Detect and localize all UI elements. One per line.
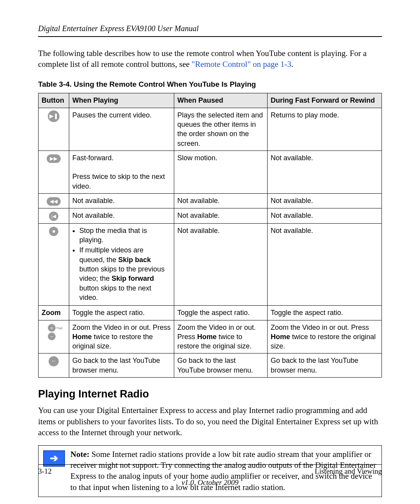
cell-playing: Zoom the Video in or out. Press Home twi… <box>69 320 174 354</box>
zoom-ff-pre: Zoom the Video in or out. Press <box>271 324 369 331</box>
button-cell: ← <box>38 354 69 378</box>
section-body: You can use your Digital Entertainer Exp… <box>38 405 382 438</box>
cell-ffrw: Not available. <box>268 150 382 193</box>
section-heading: Playing Internet Radio <box>38 387 382 401</box>
cell-ffrw: Not available. <box>268 194 382 208</box>
button-cell: ◀◀ <box>38 194 69 208</box>
cell-paused: Plays the selected item and queues the o… <box>174 108 268 150</box>
stop-bullet-1: Stop the media that is playing. <box>79 226 171 245</box>
stop-b2-post: button skips to the next video. <box>79 284 151 301</box>
footer-section: Listening and Viewing <box>315 466 382 476</box>
col-button: Button <box>38 93 69 108</box>
fast-forward-icon: ▶▶ <box>47 154 61 163</box>
intro-text-end: . <box>291 60 293 69</box>
table-row: ▶❚ Pauses the current video. Plays the s… <box>38 108 382 150</box>
cell-paused: Go back to the last YouTube browser menu… <box>174 354 268 378</box>
rewind-icon: ◀◀ <box>47 197 61 206</box>
intro-paragraph: The following table describes how to use… <box>38 48 382 70</box>
manual-page: Digital Entertainer Express EVA9100 User… <box>0 0 420 504</box>
cell-playing: Not available. <box>69 194 174 208</box>
cell-playing: Stop the media that is playing. If multi… <box>69 223 174 305</box>
skip-back-icon: |◀ <box>49 212 58 221</box>
button-cell: |◀ <box>38 208 69 223</box>
page-header: Digital Entertainer Express EVA9100 User… <box>38 23 382 37</box>
button-cell: ■ <box>38 223 69 305</box>
zoom-in-out-icon: +Page − <box>48 324 60 340</box>
cell-playing: Go back to the last YouTube browser menu… <box>69 354 174 378</box>
cell-paused: Not available. <box>174 194 268 208</box>
page-number: 3-12 <box>38 466 52 476</box>
cell-paused: Toggle the aspect ratio. <box>174 306 268 320</box>
table-row: +Page − Zoom the Video in or out. Press … <box>38 320 382 354</box>
ff-line2: Press twice to skip to the next video. <box>72 173 165 190</box>
page-footer: 3-12 Listening and Viewing v1.0, October… <box>38 464 382 488</box>
table-row: |◀ Not available. Not available. Not ava… <box>38 208 382 223</box>
col-paused: When Paused <box>174 93 268 108</box>
cell-paused: Not available. <box>174 223 268 305</box>
table-row: ■ Stop the media that is playing. If mul… <box>38 223 382 305</box>
cell-playing: Pauses the current video. <box>69 108 174 150</box>
col-ffrw: During Fast Forward or Rewind <box>268 93 382 108</box>
remote-control-link[interactable]: "Remote Control" on page 1-3 <box>192 60 291 69</box>
ff-line1: Fast-forward. <box>72 154 114 162</box>
skip-forward-label: Skip forward <box>112 275 154 282</box>
cell-paused: Not available. <box>174 208 268 223</box>
cell-paused: Zoom the Video in or out. Press Home twi… <box>174 320 268 354</box>
cell-ffrw: Returns to play mode. <box>268 108 382 150</box>
cell-ffrw: Zoom the Video in or out. Press Home twi… <box>268 320 382 354</box>
note-label: Note: <box>70 450 89 459</box>
cell-ffrw: Not available. <box>268 223 382 305</box>
cell-ffrw: Not available. <box>268 208 382 223</box>
table-row: ▶▶ Fast-forward. Press twice to skip to … <box>38 150 382 193</box>
home-label: Home <box>271 333 290 341</box>
home-label: Home <box>197 333 217 341</box>
zoom-play-pre: Zoom the Video in or out. Press <box>72 324 171 331</box>
table-row: ← Go back to the last YouTube browser me… <box>38 354 382 378</box>
back-icon: ← <box>49 356 59 366</box>
col-playing: When Playing <box>69 93 174 108</box>
button-cell: +Page − <box>38 320 69 354</box>
cell-playing: Toggle the aspect ratio. <box>69 306 174 320</box>
stop-bullet-2: If multiple videos are queued, the Skip … <box>79 245 171 302</box>
zoom-label: Zoom <box>38 306 69 320</box>
table-caption: Table 3-4. Using the Remote Control When… <box>38 79 382 89</box>
table-row: ◀◀ Not available. Not available. Not ava… <box>38 194 382 208</box>
play-pause-icon: ▶❚ <box>48 110 60 122</box>
cell-playing: Fast-forward. Press twice to skip to the… <box>69 150 174 193</box>
table-header-row: Button When Playing When Paused During F… <box>38 93 382 108</box>
cell-paused: Slow motion. <box>174 150 268 193</box>
cell-ffrw: Go back to the last YouTube browser menu… <box>268 354 382 378</box>
button-cell: ▶▶ <box>38 150 69 193</box>
home-label: Home <box>72 333 92 341</box>
button-cell: ▶❚ <box>38 108 69 150</box>
remote-control-table: Button When Playing When Paused During F… <box>38 93 382 378</box>
skip-back-label: Skip back <box>118 256 151 264</box>
stop-icon: ■ <box>49 227 58 236</box>
cell-ffrw: Toggle the aspect ratio. <box>268 306 382 320</box>
cell-playing: Not available. <box>69 208 174 223</box>
table-row: Zoom Toggle the aspect ratio. Toggle the… <box>38 306 382 320</box>
footer-version: v1.0, October 2009 <box>38 478 382 488</box>
